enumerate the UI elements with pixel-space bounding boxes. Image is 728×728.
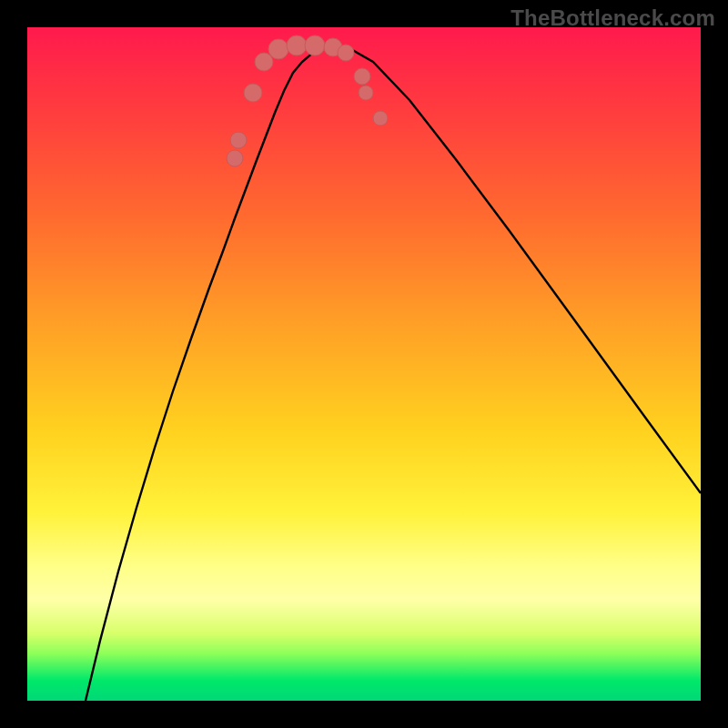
curve-marker (373, 111, 388, 126)
chart-frame: TheBottleneck.com (0, 0, 728, 728)
bottleneck-chart-svg (27, 27, 701, 701)
watermark-text: TheBottleneck.com (511, 5, 715, 31)
curve-marker (244, 84, 262, 102)
curve-marker (230, 132, 247, 148)
bottleneck-curve (86, 46, 701, 701)
chart-plot-area (27, 27, 701, 701)
curve-marker (359, 86, 373, 100)
curve-marker (268, 39, 288, 59)
curve-marker (227, 150, 243, 167)
curve-marker (287, 35, 307, 56)
curve-marker (305, 35, 325, 56)
curve-marker (338, 45, 354, 61)
curve-marker (354, 68, 370, 85)
